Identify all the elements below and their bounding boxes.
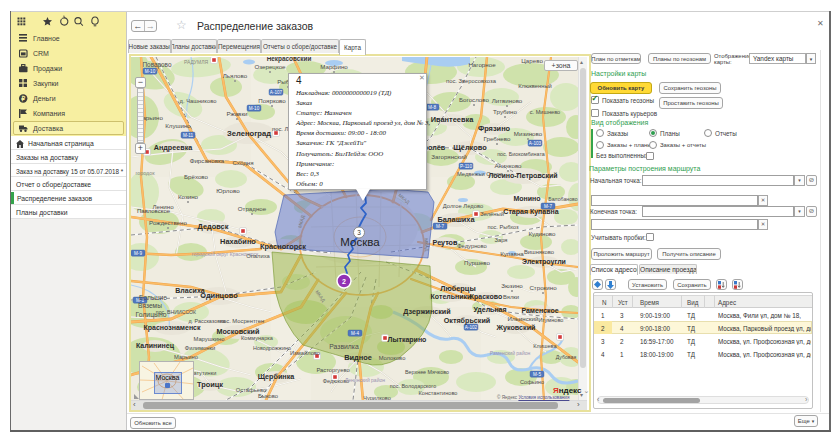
svg-text:₽: ₽ bbox=[21, 95, 25, 102]
svg-text:Опалиха: Опалиха bbox=[246, 253, 270, 259]
svg-text:Монино: Монино bbox=[513, 195, 540, 202]
svg-text:Краснознаменск: Краснознаменск bbox=[143, 324, 201, 332]
svg-text:Андреевка: Андреевка bbox=[154, 143, 193, 152]
svg-text:Софьино: Софьино bbox=[520, 379, 544, 385]
svg-text:Удельная: Удельная bbox=[473, 306, 506, 314]
svg-text:Литвиново: Литвиново bbox=[492, 97, 523, 104]
svg-text:М-4: М-4 bbox=[351, 331, 359, 336]
svg-text:А-107: А-107 bbox=[270, 90, 283, 95]
svg-text:Вялки: Вялки bbox=[503, 294, 519, 300]
svg-text:Ильинский: Ильинский bbox=[508, 315, 539, 322]
svg-text:Поярково: Поярково bbox=[258, 97, 286, 104]
svg-text:М-11: М-11 bbox=[183, 133, 194, 138]
svg-text:Марушкино: Марушкино bbox=[193, 336, 224, 342]
svg-text:Раменский район: Раменский район bbox=[490, 350, 531, 356]
svg-text:пос. Рыбхоз: пос. Рыбхоз bbox=[487, 224, 519, 230]
svg-text:Федурново: Федурново bbox=[457, 243, 487, 249]
svg-text:Брёхово: Брёхово bbox=[184, 173, 209, 180]
svg-text:А-102: А-102 bbox=[465, 325, 478, 330]
svg-text:Большие: Большие bbox=[139, 294, 167, 301]
svg-text:Р-110: Р-110 bbox=[460, 164, 472, 169]
svg-text:Молоково: Молоково bbox=[379, 355, 406, 361]
svg-text:Щёлково: Щёлково bbox=[453, 143, 487, 152]
svg-text:Октябрьский: Октябрьский bbox=[444, 316, 491, 325]
svg-text:Фирсановка: Фирсановка bbox=[190, 157, 225, 164]
svg-text:Царево: Царево bbox=[521, 57, 543, 64]
svg-text:пос. Зверосовхоза: пос. Зверосовхоза bbox=[446, 78, 497, 84]
svg-text:Старая Купавна: Старая Купавна bbox=[503, 208, 558, 216]
svg-text:Видное: Видное bbox=[344, 353, 372, 362]
svg-text:Верхнее Мячково: Верхнее Мячково bbox=[405, 369, 449, 375]
svg-text:Вишняково: Вишняково bbox=[524, 249, 554, 255]
svg-text:Зеленоград: Зеленоград bbox=[227, 129, 271, 138]
svg-text:М-10: М-10 bbox=[249, 106, 260, 111]
svg-text:Строкино: Строкино bbox=[529, 284, 557, 291]
svg-text:Медвежьи Озера: Медвежьи Озера bbox=[457, 171, 504, 177]
svg-text:М-7: М-7 bbox=[436, 224, 444, 229]
svg-text:Гребнево: Гребнево bbox=[484, 135, 511, 142]
svg-text:Филимонки: Филимонки bbox=[185, 345, 215, 351]
svg-text:Троицк: Троицк bbox=[197, 380, 223, 389]
svg-text:Дедовск: Дедовск bbox=[198, 222, 229, 231]
svg-text:Аничково: Аничково bbox=[494, 162, 522, 169]
svg-text:Расторгуево: Расторгуево bbox=[316, 367, 349, 373]
svg-text:Электроугли: Электроугли bbox=[522, 258, 566, 266]
svg-text:Юрлово: Юрлово bbox=[216, 187, 240, 194]
svg-text:Загорянский: Загорянский bbox=[431, 153, 467, 160]
svg-text:пос. Мосрентген: пос. Мосрентген bbox=[220, 318, 264, 324]
svg-text:Козино: Козино bbox=[178, 193, 199, 200]
svg-text:городок: городок bbox=[135, 170, 155, 176]
svg-text:Мизиново: Мизиново bbox=[514, 130, 543, 137]
svg-text:Реутов: Реутов bbox=[433, 238, 458, 247]
svg-text:Константиново: Константиново bbox=[419, 390, 458, 396]
svg-text:Ивантеевка: Ивантеевка bbox=[431, 115, 474, 124]
svg-text:Балобаново: Балобаново bbox=[548, 196, 577, 202]
svg-text:Дзержинский: Дзержинский bbox=[403, 307, 450, 316]
svg-text:Балашиха: Балашиха bbox=[437, 215, 475, 224]
svg-text:Ржавки: Ржавки bbox=[226, 110, 248, 117]
svg-text:Сходня: Сходня bbox=[232, 159, 253, 166]
svg-text:Пуршево: Пуршево bbox=[464, 259, 491, 266]
svg-text:3: 3 bbox=[357, 229, 361, 236]
svg-text:Вяземы: Вяземы bbox=[138, 302, 162, 309]
svg-text:Фрязино: Фрязино bbox=[478, 124, 511, 133]
svg-text:Котельники: Котельники bbox=[431, 293, 472, 300]
svg-text:с. Мишнево: с. Мишнево bbox=[530, 109, 560, 115]
svg-text:2: 2 bbox=[342, 278, 346, 285]
svg-text:Рождествено: Рождествено bbox=[149, 219, 187, 226]
svg-text:Нахабино: Нахабино bbox=[220, 237, 256, 246]
svg-text:М-9: М-9 bbox=[134, 251, 142, 256]
svg-text:Клушино: Клушино bbox=[165, 122, 191, 129]
svg-text:Клюквенный: Клюквенный bbox=[518, 83, 552, 89]
svg-text:Нагорное: Нагорное bbox=[468, 61, 496, 68]
svg-text:Озерецкое: Озерецкое bbox=[254, 63, 286, 70]
svg-text:Клишева: Клишева bbox=[533, 343, 557, 349]
svg-text:Одинцово: Одинцово bbox=[200, 291, 238, 300]
svg-text:Павловское: Павловское bbox=[137, 208, 171, 214]
svg-text:Измайлово: Измайлово bbox=[290, 350, 320, 356]
svg-text:М-8: М-8 bbox=[428, 105, 436, 110]
svg-text:Богослово: Богослово bbox=[459, 96, 489, 103]
svg-text:Ленинский район: Ленинский район bbox=[345, 377, 385, 383]
svg-text:Трубино: Трубино bbox=[493, 108, 517, 115]
svg-text:Кудиново: Кудиново bbox=[528, 230, 556, 237]
svg-text:Раменское: Раменское bbox=[521, 307, 558, 314]
svg-text:Красногорск: Красногорск bbox=[260, 242, 306, 251]
svg-text:пос. Володарского: пос. Володарского bbox=[390, 383, 436, 389]
svg-text:Калининец: Калининец bbox=[136, 342, 175, 350]
svg-text:М-5: М-5 bbox=[533, 372, 541, 377]
svg-text:Коммунарка: Коммунарка bbox=[241, 335, 274, 341]
svg-text:М-10: М-10 bbox=[145, 69, 156, 74]
svg-text:Отрадное: Отрадное bbox=[238, 205, 267, 212]
svg-text:Зелёный: Зелёный bbox=[480, 211, 504, 217]
svg-text:Новодрожжино: Новодрожжино bbox=[253, 345, 291, 351]
svg-text:д. Чашниково: д. Чашниково bbox=[180, 98, 217, 104]
svg-text:Игумново: Игумново bbox=[539, 317, 564, 323]
svg-text:Развилка: Развилка bbox=[329, 343, 359, 350]
svg-text:Марьино: Марьино bbox=[174, 354, 198, 360]
svg-text:Дубовая: Дубовая bbox=[556, 354, 577, 360]
svg-text:пос. Биокомбината: пос. Биокомбината bbox=[497, 151, 545, 157]
svg-text:Льялово: Льялово bbox=[223, 72, 248, 79]
svg-text:Поварово: Поварово bbox=[142, 61, 171, 69]
svg-text:Марфино: Марфино bbox=[320, 63, 348, 70]
